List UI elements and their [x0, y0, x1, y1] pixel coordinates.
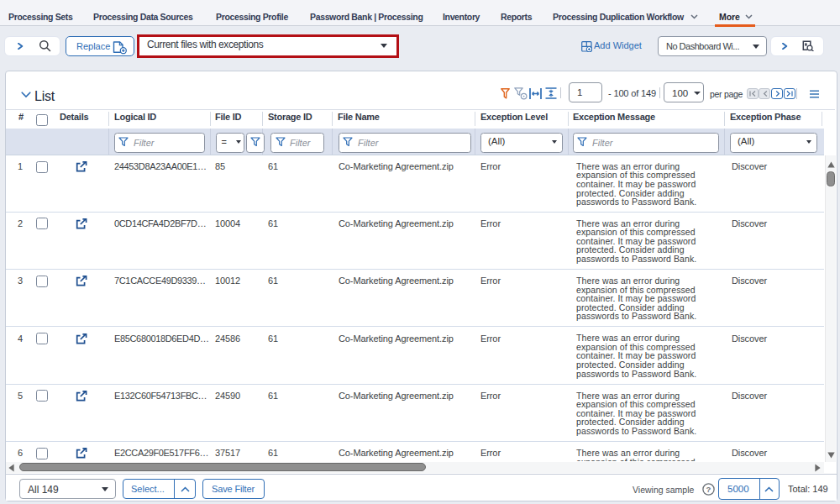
svg-text:?: ? — [706, 485, 711, 494]
